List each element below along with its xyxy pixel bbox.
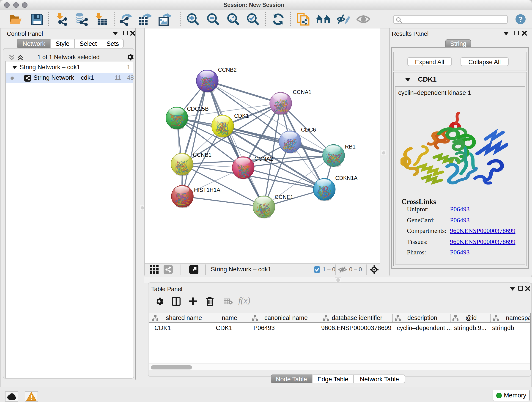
svg-text:CDC25B: CDC25B [187,106,209,112]
svg-text:CCNB2: CCNB2 [218,67,237,73]
svg-text:CCNA1: CCNA1 [293,89,311,95]
svg-text:HIST1H1A: HIST1H1A [194,187,220,193]
svg-text:CCNB1: CCNB1 [193,152,211,158]
svg-text:CCNA2: CCNA2 [254,156,273,162]
svg-text:CCNE1: CCNE1 [275,194,293,200]
svg-text:RB1: RB1 [345,143,355,150]
svg-text:CDC6: CDC6 [301,127,316,133]
svg-text:CDKN1A: CDKN1A [335,175,357,181]
svg-text:CDK1: CDK1 [234,113,249,119]
svg-text:?: ? [518,15,523,23]
